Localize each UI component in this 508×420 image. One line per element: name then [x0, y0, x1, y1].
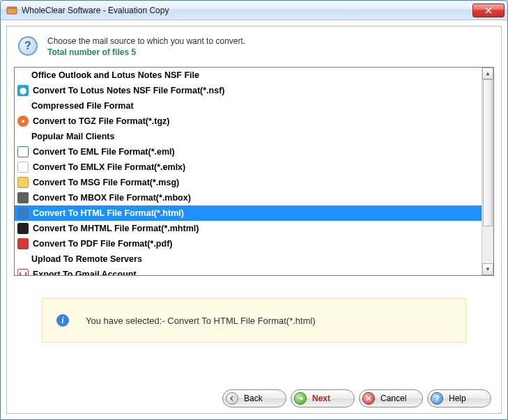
list-item-html[interactable]: Convert To HTML File Format(*.html) [15, 205, 482, 221]
window-title: WholeClear Software - Evaluation Copy [22, 6, 472, 15]
mhtml-icon [17, 223, 29, 234]
list-group-header: Compressed File Format [15, 98, 482, 114]
list-item-nsf[interactable]: ⬤Convert To Lotus Notes NSF File Format(… [15, 83, 482, 98]
list-group-header: Office Outlook and Lotus Notes NSF File [15, 68, 482, 83]
scrollbar[interactable]: ▲ ▼ [482, 68, 493, 275]
next-arrow-icon [294, 392, 307, 405]
list-item-mhtml[interactable]: Convert To MHTML File Format(*.mhtml) [15, 221, 482, 236]
list-item-emlx[interactable]: Convert To EMLX File Format(*.emlx) [15, 160, 482, 175]
titlebar: WholeClear Software - Evaluation Copy [1, 1, 507, 20]
back-button[interactable]: Back [222, 389, 286, 407]
tgz-icon: ● [17, 116, 29, 127]
cancel-button[interactable]: Cancel [359, 389, 423, 407]
scroll-up-button[interactable]: ▲ [482, 68, 493, 79]
gmail-icon [17, 269, 29, 275]
pdf-icon [17, 238, 29, 249]
scroll-down-button[interactable]: ▼ [482, 263, 493, 275]
format-list: Office Outlook and Lotus Notes NSF File … [14, 67, 494, 276]
back-arrow-icon [226, 392, 238, 405]
close-button[interactable] [472, 3, 505, 17]
app-window: WholeClear Software - Evaluation Copy ? … [0, 0, 508, 420]
help-icon: ? [431, 392, 443, 405]
format-list-body: Office Outlook and Lotus Notes NSF File … [15, 68, 482, 275]
next-button[interactable]: Next [291, 389, 355, 407]
instruction-text: Choose the mail source to which you want… [47, 36, 245, 46]
list-group-header: Upload To Remote Servers [15, 251, 482, 267]
file-count-text: Total number of files 5 [47, 47, 245, 57]
list-item-tgz[interactable]: ●Convert to TGZ File Format(*.tgz) [15, 114, 482, 129]
svg-rect-1 [7, 7, 17, 9]
selection-status: i You have selected:- Convert To HTML Fi… [42, 298, 466, 343]
html-icon [17, 208, 29, 219]
question-icon: ? [18, 36, 38, 56]
list-item-eml[interactable]: Convert To EML File Format(*.eml) [15, 144, 482, 160]
nsf-icon: ⬤ [17, 85, 29, 96]
content-area: ? Choose the mail source to which you wa… [1, 20, 507, 419]
cancel-icon [362, 392, 375, 405]
emlx-icon [17, 162, 29, 173]
list-item-msg[interactable]: Convert To MSG File Format(*.msg) [15, 175, 482, 190]
scroll-thumb[interactable] [483, 79, 493, 226]
mbox-icon [17, 192, 29, 203]
list-item-pdf[interactable]: Convert To PDF File Format(*.pdf) [15, 236, 482, 251]
list-group-header: Popular Mail Clients [15, 129, 482, 144]
instruction-row: ? Choose the mail source to which you wa… [14, 33, 494, 67]
list-item-gmail[interactable]: Export To Gmail Account [15, 267, 482, 275]
scroll-track[interactable] [482, 79, 493, 263]
status-text: You have selected:- Convert To HTML File… [86, 316, 316, 326]
help-button[interactable]: ? Help [427, 389, 491, 407]
msg-icon [17, 177, 29, 188]
eml-icon [17, 146, 29, 157]
list-item-mbox[interactable]: Convert To MBOX File Format(*.mbox) [15, 190, 482, 205]
button-bar: Back Next Cancel ? Help [14, 385, 494, 407]
app-icon [6, 5, 17, 16]
info-icon: i [56, 314, 69, 327]
wizard-panel: ? Choose the mail source to which you wa… [6, 26, 502, 414]
